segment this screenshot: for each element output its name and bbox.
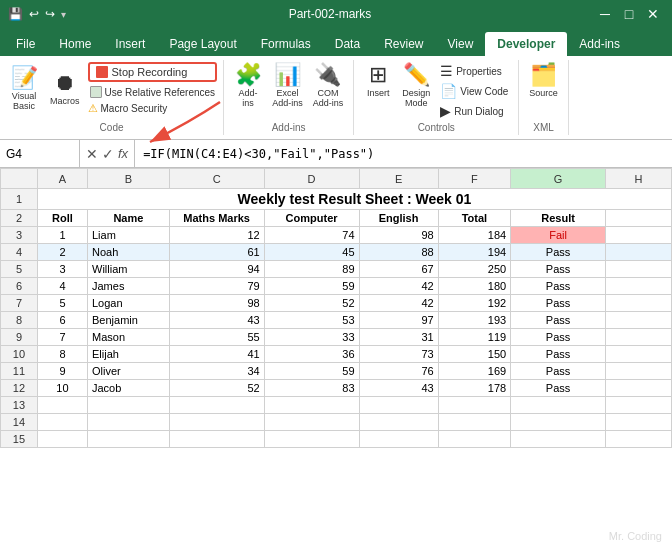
tab-add-ins[interactable]: Add-ins: [567, 32, 632, 56]
cell-r10-c2[interactable]: Elijah: [88, 346, 170, 363]
cell-r14-c2[interactable]: [88, 414, 170, 431]
cell-r14-c6[interactable]: [438, 414, 511, 431]
cell-r14-c4[interactable]: [264, 414, 359, 431]
cell-r8-c2[interactable]: Benjamin: [88, 312, 170, 329]
cell-r3-c3[interactable]: 12: [169, 227, 264, 244]
cell-r8-c3[interactable]: 43: [169, 312, 264, 329]
cell-r5-c6[interactable]: 250: [438, 261, 511, 278]
name-box[interactable]: G4: [0, 140, 80, 167]
confirm-formula-icon[interactable]: ✓: [102, 146, 114, 162]
cell-r11-c1[interactable]: 9: [37, 363, 87, 380]
cell-r15-c1[interactable]: [37, 431, 87, 448]
tab-developer[interactable]: Developer: [485, 32, 567, 56]
cell-r13-c4[interactable]: [264, 397, 359, 414]
cell-r9-c2[interactable]: Mason: [88, 329, 170, 346]
cell-r12-c7[interactable]: Pass: [511, 380, 606, 397]
cell-r3-c4[interactable]: 74: [264, 227, 359, 244]
col-header-e[interactable]: E: [359, 169, 438, 189]
macro-security-button[interactable]: ⚠ Macro Security: [88, 102, 218, 115]
tab-page-layout[interactable]: Page Layout: [157, 32, 248, 56]
tab-formulas[interactable]: Formulas: [249, 32, 323, 56]
cell-r6-c8[interactable]: [606, 278, 672, 295]
cell-r9-c3[interactable]: 55: [169, 329, 264, 346]
cell-r4-c4[interactable]: 45: [264, 244, 359, 261]
tab-insert[interactable]: Insert: [103, 32, 157, 56]
cell-r4-c1[interactable]: 2: [37, 244, 87, 261]
cell-r15-c2[interactable]: [88, 431, 170, 448]
stop-recording-button[interactable]: Stop Recording: [88, 62, 218, 82]
cell-r7-c6[interactable]: 192: [438, 295, 511, 312]
cell-r15-c4[interactable]: [264, 431, 359, 448]
col-header-g[interactable]: G: [511, 169, 606, 189]
cell-r12-c3[interactable]: 52: [169, 380, 264, 397]
cell-r7-c1[interactable]: 5: [37, 295, 87, 312]
col-header-h[interactable]: H: [606, 169, 672, 189]
cell-r7-c5[interactable]: 42: [359, 295, 438, 312]
cell-r15-c3[interactable]: [169, 431, 264, 448]
tab-view[interactable]: View: [436, 32, 486, 56]
sheet-title-cell[interactable]: Weekly test Result Sheet : Week 01: [37, 189, 671, 210]
cell-r5-c3[interactable]: 94: [169, 261, 264, 278]
cell-r6-c1[interactable]: 4: [37, 278, 87, 295]
tab-data[interactable]: Data: [323, 32, 372, 56]
col-header-d[interactable]: D: [264, 169, 359, 189]
cell-r11-c2[interactable]: Oliver: [88, 363, 170, 380]
cell-r9-c5[interactable]: 31: [359, 329, 438, 346]
cell-r8-c6[interactable]: 193: [438, 312, 511, 329]
cancel-formula-icon[interactable]: ✕: [86, 146, 98, 162]
cell-r6-c6[interactable]: 180: [438, 278, 511, 295]
cell-r13-c5[interactable]: [359, 397, 438, 414]
header-english[interactable]: English: [359, 210, 438, 227]
cell-r4-c2[interactable]: Noah: [88, 244, 170, 261]
cell-r3-c1[interactable]: 1: [37, 227, 87, 244]
cell-r12-c2[interactable]: Jacob: [88, 380, 170, 397]
header-total[interactable]: Total: [438, 210, 511, 227]
cell-r8-c4[interactable]: 53: [264, 312, 359, 329]
cell-r10-c3[interactable]: 41: [169, 346, 264, 363]
excel-add-ins-button[interactable]: 📊 ExcelAdd-ins: [268, 62, 307, 110]
cell-r15-c5[interactable]: [359, 431, 438, 448]
cell-r6-c2[interactable]: James: [88, 278, 170, 295]
cell-r10-c5[interactable]: 73: [359, 346, 438, 363]
col-header-a[interactable]: A: [37, 169, 87, 189]
cell-r9-c6[interactable]: 119: [438, 329, 511, 346]
com-add-ins-button[interactable]: 🔌 COMAdd-ins: [309, 62, 348, 110]
cell-r12-c6[interactable]: 178: [438, 380, 511, 397]
cell-r9-c7[interactable]: Pass: [511, 329, 606, 346]
insert-function-icon[interactable]: fx: [118, 146, 128, 161]
cell-r4-c5[interactable]: 88: [359, 244, 438, 261]
design-mode-button[interactable]: ✏️ DesignMode: [398, 62, 434, 110]
cell-r12-c8[interactable]: [606, 380, 672, 397]
cell-r5-c7[interactable]: Pass: [511, 261, 606, 278]
undo-icon[interactable]: ↩: [29, 7, 39, 21]
cell-r15-c6[interactable]: [438, 431, 511, 448]
cell-r13-c3[interactable]: [169, 397, 264, 414]
header-roll[interactable]: Roll: [37, 210, 87, 227]
cell-r6-c5[interactable]: 42: [359, 278, 438, 295]
cell-r9-c4[interactable]: 33: [264, 329, 359, 346]
view-code-button[interactable]: 📄 View Code: [436, 82, 512, 100]
cell-r6-c7[interactable]: Pass: [511, 278, 606, 295]
cell-r3-c5[interactable]: 98: [359, 227, 438, 244]
formula-content[interactable]: =IF(MIN(C4:E4)<30,"Fail","Pass"): [135, 147, 672, 161]
cell-r7-c4[interactable]: 52: [264, 295, 359, 312]
maximize-button[interactable]: □: [618, 3, 640, 25]
cell-r11-c4[interactable]: 59: [264, 363, 359, 380]
cell-r3-c6[interactable]: 184: [438, 227, 511, 244]
col-header-c[interactable]: C: [169, 169, 264, 189]
cell-r13-c1[interactable]: [37, 397, 87, 414]
cell-r13-c2[interactable]: [88, 397, 170, 414]
insert-control-button[interactable]: ⊞ Insert: [360, 62, 396, 100]
cell-r4-c6[interactable]: 194: [438, 244, 511, 261]
cell-r8-c1[interactable]: 6: [37, 312, 87, 329]
cell-r12-c1[interactable]: 10: [37, 380, 87, 397]
cell-r11-c7[interactable]: Pass: [511, 363, 606, 380]
add-ins-button[interactable]: 🧩 Add-ins: [230, 62, 266, 110]
cell-r11-c6[interactable]: 169: [438, 363, 511, 380]
cell-r6-c3[interactable]: 79: [169, 278, 264, 295]
cell-r10-c8[interactable]: [606, 346, 672, 363]
properties-button[interactable]: ☰ Properties: [436, 62, 512, 80]
header-result[interactable]: Result: [511, 210, 606, 227]
cell-r14-c7[interactable]: [511, 414, 606, 431]
save-icon[interactable]: 💾: [8, 7, 23, 21]
